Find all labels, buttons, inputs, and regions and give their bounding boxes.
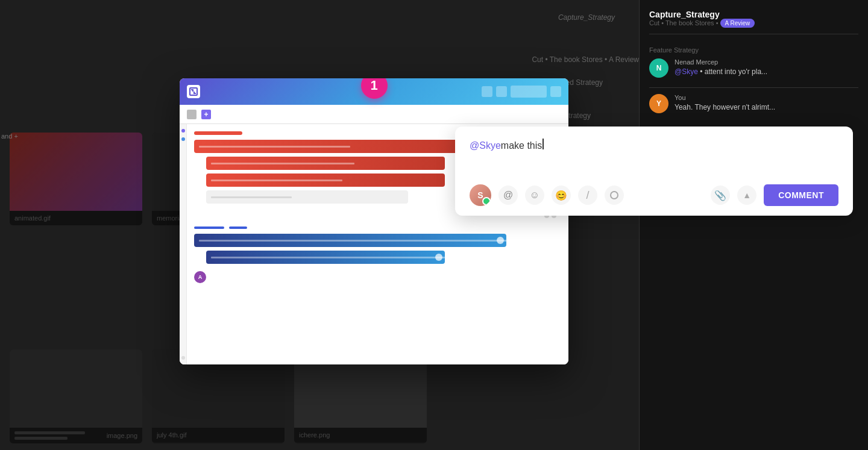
view-switcher (511, 86, 547, 98)
task-row-blue-1 (194, 234, 506, 247)
comment-popup: @Skye make this S @ ☺ 😊 / (455, 127, 853, 216)
app-nav-icons (482, 86, 561, 98)
mention-text: @Skye (470, 139, 501, 153)
app-preview-modal: 1 + (180, 78, 568, 364)
at-mention-button[interactable]: @ (498, 186, 518, 205)
sidebar-divider (649, 87, 858, 88)
comment-toolbar[interactable]: S @ ☺ 😊 / 📎 ▲ COMMENT (470, 184, 838, 206)
grid-icon (550, 86, 561, 97)
sidebar-meta: Cut • The book Stores • A Review (649, 19, 755, 27)
drive-icon: ▲ (743, 190, 751, 200)
emoji-face-icon: 😊 (555, 190, 567, 201)
comment-entry-2: Y You Yeah. They however n't alrimt... (649, 94, 858, 113)
sidebar-section-label: Feature Strategy (649, 46, 858, 54)
task-toggle-2 (435, 254, 442, 261)
task-toggle-1 (497, 237, 504, 244)
sidebar-filename: Capture_Strategy (649, 10, 755, 19)
blue-header-line-1 (194, 227, 224, 229)
record-icon (610, 191, 618, 199)
red-section-header (194, 131, 242, 135)
comment-input-display: @Skye make this (470, 139, 838, 175)
blue-avatar-dot (181, 137, 185, 141)
comment-content-2: You Yeah. They however n't alrimt... (675, 94, 858, 113)
blue-header-line-2 (229, 227, 247, 229)
bg-file-card-3: image.png (10, 349, 142, 443)
search-icon (496, 86, 507, 97)
bell-icon (482, 86, 492, 97)
record-button[interactable] (605, 186, 624, 205)
app-footer-avatar: A (194, 271, 561, 283)
comment-content-1: Nenad Mercep @Skye • attent into yo'r pl… (675, 58, 858, 77)
task-row-red-1 (194, 140, 470, 153)
task-row-gray-1 (206, 190, 408, 204)
app-toolbar: + (180, 105, 568, 124)
task-row-red-2 (206, 157, 445, 170)
toolbar-icon-group: + (187, 110, 211, 119)
emoji-smile-icon: ☺ (530, 190, 539, 201)
app-logo (187, 85, 200, 98)
commenter-name-1: Nenad Mercep (675, 58, 858, 66)
slash-command-button[interactable]: / (578, 186, 597, 205)
comment-body-text: make this (501, 139, 542, 153)
commenter-avatar: S (470, 184, 491, 206)
comment-text-2: Yeah. They however n't alrimt... (675, 102, 858, 113)
logo-icon (189, 87, 198, 96)
blue-section-header (194, 227, 561, 229)
reaction-button[interactable]: ☺ (525, 186, 544, 205)
user-avatar-small: A (194, 271, 206, 283)
sidebar-header: Capture_Strategy Cut • The book Stores •… (649, 10, 858, 34)
add-dot (181, 356, 185, 360)
commenter-name-2: You (675, 94, 858, 101)
right-sidebar: Capture_Strategy Cut • The book Stores •… (639, 0, 868, 450)
purple-avatar-dot (181, 129, 185, 133)
at-icon: @ (503, 190, 513, 201)
text-cursor (542, 139, 544, 149)
attachment-icon: 📎 (714, 190, 726, 201)
task-row-blue-2 (206, 251, 445, 264)
comment-entry-1: N Nenad Mercep @Skye • attent into yo'r … (649, 58, 858, 78)
comment-text-1: @Skye • attent into yo'r pla... (675, 67, 858, 77)
slash-icon: / (586, 189, 589, 202)
drive-button[interactable]: ▲ (737, 186, 756, 205)
commenter-avatar-you: Y (649, 94, 668, 113)
add-icon: + (201, 110, 211, 119)
app-left-sidebar (180, 124, 187, 364)
task-row-red-3 (206, 173, 445, 187)
commenter-avatar-nenad: N (649, 58, 668, 78)
bg-file-card: animated.gif (10, 133, 142, 225)
avatar-face: S (470, 184, 491, 206)
sidebar-comment-list: Feature Strategy N Nenad Mercep @Skye • … (649, 46, 858, 113)
review-badge: A Review (720, 19, 755, 28)
emoji-button[interactable]: 😊 (552, 186, 571, 205)
attachment-button[interactable]: 📎 (711, 186, 730, 205)
comment-submit-button[interactable]: COMMENT (764, 184, 838, 206)
grid-view-icon (187, 110, 197, 119)
